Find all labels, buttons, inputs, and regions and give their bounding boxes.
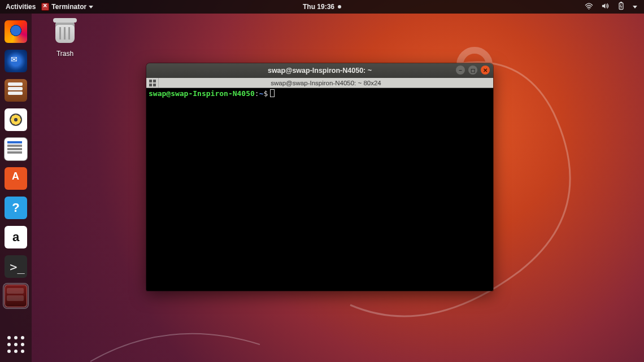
app-menu-label: Terminator (51, 3, 86, 11)
svg-rect-6 (149, 84, 152, 86)
svg-rect-7 (153, 84, 156, 86)
firefox-icon (5, 20, 27, 43)
terminator-icon (41, 3, 49, 11)
volume-icon[interactable] (601, 2, 610, 11)
show-applications-button[interactable] (0, 332, 32, 357)
wifi-icon[interactable] (585, 3, 593, 11)
files-icon (5, 79, 27, 102)
svg-point-1 (589, 8, 590, 9)
prompt-symbol: $ (264, 89, 268, 98)
trash-icon (52, 21, 78, 47)
desktop-trash[interactable]: Trash (45, 19, 85, 58)
activities-button[interactable]: Activities (6, 3, 36, 11)
dock-files[interactable] (3, 77, 29, 103)
svg-rect-3 (620, 2, 622, 3)
dock-help[interactable]: ? (3, 195, 29, 221)
grid-icon (149, 80, 156, 86)
software-icon (5, 167, 27, 190)
terminator-icon (5, 285, 27, 307)
amazon-icon: a (5, 226, 27, 248)
clock[interactable]: Thu 19:36 (303, 3, 341, 11)
layout-button[interactable] (146, 78, 159, 88)
dock-terminator[interactable] (3, 283, 29, 309)
maximize-button[interactable]: ◻ (468, 66, 477, 75)
svg-rect-5 (153, 80, 156, 82)
app-menu[interactable]: Terminator (41, 3, 93, 11)
top-bar: Activities Terminator Thu 19:36 (0, 0, 644, 14)
terminal-body[interactable]: swap@swap-Inspiron-N4050:~$ (146, 88, 493, 291)
desktop-trash-label: Trash (45, 50, 85, 58)
window-title: swap@swap-Inspiron-N4050: ~ (268, 67, 372, 75)
dock: ? a >_ (0, 14, 32, 362)
clock-text: Thu 19:36 (303, 3, 334, 11)
terminator-window: swap@swap-Inspiron-N4050: ~ – ◻ ✕ swap@s… (146, 63, 493, 291)
dock-ubuntu-software[interactable] (3, 165, 29, 191)
svg-rect-4 (149, 80, 152, 82)
prompt-path: ~ (259, 89, 264, 98)
chevron-down-icon (89, 6, 93, 8)
terminal-icon: >_ (5, 255, 27, 278)
dock-thunderbird[interactable] (3, 48, 29, 74)
close-button[interactable]: ✕ (481, 66, 490, 75)
dock-firefox[interactable] (3, 19, 29, 45)
writer-icon (5, 138, 27, 160)
thunderbird-icon (5, 50, 27, 72)
cursor-icon (270, 89, 275, 97)
terminal-tab[interactable]: swap@swap-Inspiron-N4050: ~ 80x24 (159, 80, 493, 86)
window-titlebar[interactable]: swap@swap-Inspiron-N4050: ~ – ◻ ✕ (146, 63, 493, 78)
help-icon: ? (5, 197, 27, 219)
terminal-tabbar: swap@swap-Inspiron-N4050: ~ 80x24 (146, 78, 493, 88)
dock-rhythmbox[interactable] (3, 107, 29, 133)
prompt-user-host: swap@swap-Inspiron-N4050 (149, 89, 255, 98)
chevron-down-icon (633, 6, 637, 8)
rhythmbox-icon (5, 108, 27, 131)
system-tray[interactable] (585, 2, 644, 12)
dock-amazon[interactable]: a (3, 224, 29, 250)
minimize-button[interactable]: – (456, 66, 465, 75)
dock-libreoffice-writer[interactable] (3, 136, 29, 162)
apps-grid-icon (7, 336, 24, 353)
notification-dot-icon (338, 5, 341, 8)
battery-icon[interactable] (617, 2, 625, 12)
dock-terminal[interactable]: >_ (3, 254, 29, 280)
